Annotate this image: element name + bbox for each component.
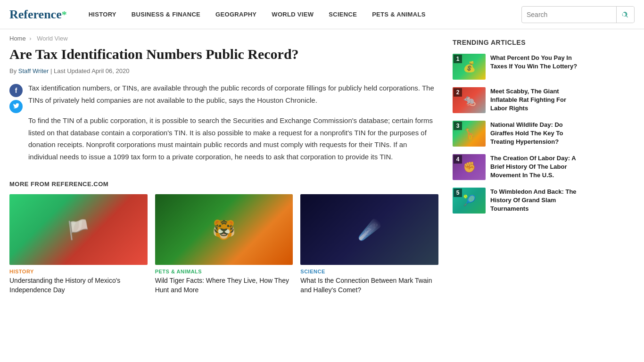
trending-image-0: 1 💰 <box>453 54 486 80</box>
trending-num-4: 5 <box>454 189 462 197</box>
card-image-0: 🏳️ <box>9 194 148 265</box>
trending-item-0[interactable]: 1 💰 What Percent Do You Pay In Taxes If … <box>453 54 580 80</box>
article-text: Tax identification numbers, or TINs, are… <box>28 82 438 171</box>
trending-image-3: 4 ✊ <box>453 154 486 180</box>
trending-text-0: What Percent Do You Pay In Taxes If You … <box>490 54 580 71</box>
trending-num-3: 4 <box>454 155 462 164</box>
trending-item-2[interactable]: 3 🦒 National Wildlife Day: Do Giraffes H… <box>453 121 580 147</box>
card-title-2: What Is the Connection Between Mark Twai… <box>300 276 438 295</box>
card-emoji-2: ☄️ <box>300 194 438 265</box>
card-0[interactable]: 🏳️ HISTORY Understanding the History of … <box>9 194 148 295</box>
nav-item-worldview[interactable]: WORLD VIEW <box>264 0 321 29</box>
trending-item-3[interactable]: 4 ✊ The Creation Of Labor Day: A Brief H… <box>453 154 580 180</box>
card-title-0: Understanding the History of Mexico's In… <box>9 276 148 295</box>
facebook-share-button[interactable]: f <box>9 84 23 97</box>
card-image-1: 🐯 <box>155 194 293 265</box>
sidebar: TRENDING ARTICLES 1 💰 What Percent Do Yo… <box>453 29 580 295</box>
card-image-2: ☄️ <box>300 194 438 265</box>
trending-num-0: 1 <box>454 55 462 63</box>
trending-num-2: 3 <box>454 122 462 130</box>
nav-item-history[interactable]: HISTORY <box>81 0 124 29</box>
search-container <box>521 6 635 23</box>
card-1[interactable]: 🐯 PETS & ANIMALS Wild Tiger Facts: Where… <box>155 194 293 295</box>
search-input[interactable] <box>522 11 616 18</box>
trending-title: TRENDING ARTICLES <box>453 39 580 46</box>
article-paragraph-1: Tax identification numbers, or TINs, are… <box>28 82 438 106</box>
social-icons: f <box>9 84 23 113</box>
breadcrumb-separator: › <box>29 35 31 42</box>
main-nav: HISTORYBUSINESS & FINANCEGEOGRAPHYWORLD … <box>81 0 521 29</box>
nav-item-pets[interactable]: PETS & ANIMALS <box>364 0 433 29</box>
card-emoji-0: 🏳️ <box>9 194 148 265</box>
card-category-0: HISTORY <box>9 269 148 274</box>
article-title: Are Tax Identification Numbers Public Re… <box>9 46 438 63</box>
logo-text: Reference <box>9 8 62 22</box>
card-emoji-1: 🐯 <box>155 194 293 265</box>
nav-item-business[interactable]: BUSINESS & FINANCE <box>124 0 208 29</box>
breadcrumb: Home › World View <box>9 29 438 46</box>
article-body: Tax identification numbers, or TINs, are… <box>28 82 438 163</box>
card-category-1: PETS & ANIMALS <box>155 269 293 274</box>
breadcrumb-home[interactable]: Home <box>9 35 26 42</box>
nav-item-science[interactable]: SCIENCE <box>321 0 364 29</box>
search-button[interactable] <box>616 7 634 23</box>
trending-text-4: To Wimbledon And Back: The History Of Gr… <box>490 188 580 214</box>
article-paragraph-2: To find the TIN of a public corporation,… <box>28 115 438 163</box>
card-category-2: SCIENCE <box>300 269 438 274</box>
author-link[interactable]: Staff Writer <box>18 67 49 74</box>
trending-list: 1 💰 What Percent Do You Pay In Taxes If … <box>453 54 580 214</box>
search-icon <box>621 11 629 18</box>
article-wrapper: f Tax identification numbers, or TINs, a… <box>9 82 438 171</box>
trending-image-4: 5 🎾 <box>453 188 486 214</box>
trending-num-1: 2 <box>454 88 462 97</box>
last-updated: Last Updated April 06, 2020 <box>54 67 129 74</box>
site-logo[interactable]: Reference* <box>9 8 67 22</box>
logo-asterisk: * <box>62 8 67 21</box>
card-title-1: Wild Tiger Facts: Where They Live, How T… <box>155 276 293 295</box>
meta-separator: | <box>49 67 54 74</box>
card-grid: 🏳️ HISTORY Understanding the History of … <box>9 194 438 295</box>
trending-text-2: National Wildlife Day: Do Giraffes Hold … <box>490 121 580 147</box>
trending-item-4[interactable]: 5 🎾 To Wimbledon And Back: The History O… <box>453 188 580 214</box>
trending-image-1: 2 🐀 <box>453 87 486 113</box>
trending-text-1: Meet Scabby, The Giant Inflatable Rat Fi… <box>490 87 580 113</box>
card-2[interactable]: ☄️ SCIENCE What Is the Connection Betwee… <box>300 194 438 295</box>
author-prefix: By <box>9 67 18 74</box>
trending-image-2: 3 🦒 <box>453 121 486 147</box>
more-from-label: MORE FROM REFERENCE.COM <box>9 181 438 188</box>
twitter-share-button[interactable] <box>9 100 23 113</box>
article-meta: By Staff Writer | Last Updated April 06,… <box>9 67 438 74</box>
breadcrumb-current: World View <box>37 35 67 42</box>
trending-item-1[interactable]: 2 🐀 Meet Scabby, The Giant Inflatable Ra… <box>453 87 580 113</box>
trending-text-3: The Creation Of Labor Day: A Brief Histo… <box>490 154 580 180</box>
more-from-section: MORE FROM REFERENCE.COM 🏳️ HISTORY Under… <box>9 181 438 295</box>
nav-item-geography[interactable]: GEOGRAPHY <box>208 0 264 29</box>
